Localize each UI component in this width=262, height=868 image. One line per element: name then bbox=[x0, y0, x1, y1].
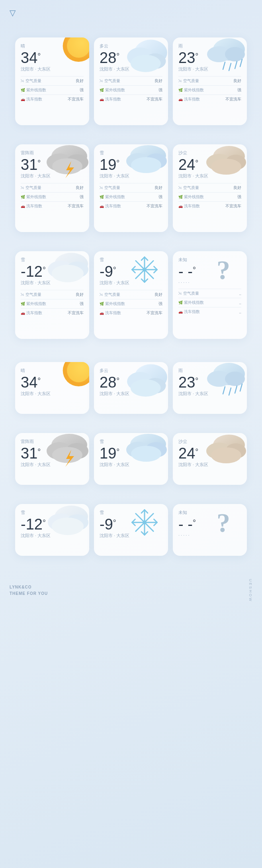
weather-card: 雪-12°沈阳市 · 大东区 bbox=[15, 504, 89, 556]
wind-icon: 🌬 bbox=[178, 79, 182, 83]
brand-left: LYNK&COTHEME FOR YOU bbox=[10, 584, 48, 597]
car-icon: 🚗 bbox=[21, 204, 25, 208]
weather-label: 雪 bbox=[100, 510, 162, 516]
location: 沈阳市 · 大东区 bbox=[178, 66, 241, 72]
uv-label: 🌿紫外线指数 bbox=[100, 301, 125, 307]
temp-unit: ° bbox=[113, 518, 116, 527]
temp-unit: ° bbox=[195, 447, 198, 457]
card-grid-row3: 雪-12°沈阳市 · 大东区🌬空气质量良好🌿紫外线指数强🚗洗车指数不宜洗车 雪-… bbox=[0, 251, 262, 339]
car-value: 不宜洗车 bbox=[147, 203, 162, 209]
location: 沈阳市 · 大东区 bbox=[178, 391, 241, 397]
temp-unit: ° bbox=[193, 518, 196, 527]
car-wash-row: 🚗洗车指数.. bbox=[178, 309, 241, 315]
car-wash-row: 🚗洗车指数不宜洗车 bbox=[178, 203, 241, 209]
uv-label: 🌿紫外线指数 bbox=[21, 194, 46, 200]
air-quality-row: 🌬空气质量良好 bbox=[21, 78, 84, 84]
location: 沈阳市 · 大东区 bbox=[100, 173, 162, 179]
card-content: 雨23°沈阳市 · 大东区 bbox=[173, 362, 247, 405]
car-value: .. bbox=[239, 310, 241, 314]
car-value: 不宜洗车 bbox=[147, 310, 162, 316]
air-quality-label: 🌬空气质量 bbox=[178, 185, 199, 191]
wind-icon: 🌬 bbox=[21, 186, 24, 190]
car-icon: 🚗 bbox=[21, 97, 25, 101]
temp-row: - -° bbox=[178, 264, 241, 279]
uv-label: 🌿紫外线指数 bbox=[21, 87, 46, 93]
air-quality-label: 🌬空气质量 bbox=[100, 185, 120, 191]
car-label: 🚗洗车指数 bbox=[178, 203, 200, 209]
weather-label: 多云 bbox=[100, 368, 162, 374]
location: 沈阳市 · 大东区 bbox=[21, 173, 84, 179]
weather-card: 多云28°沈阳市 · 大东区🌬空气质量良好🌿紫外线指数强🚗洗车指数不宜洗车 bbox=[94, 37, 168, 125]
card-content: 雪-9°沈阳市 · 大东区 bbox=[94, 504, 168, 547]
uv-value: 强 bbox=[80, 194, 84, 200]
air-quality-row: 🌬空气质量良好 bbox=[178, 185, 241, 191]
card-content: 未知- -°· · · · ·🌬空气质量..🌿紫外线指数..🚗洗车指数.. bbox=[173, 251, 247, 320]
wind-icon: 🌬 bbox=[100, 186, 103, 190]
uv-value: 强 bbox=[237, 87, 241, 93]
uv-row: 🌿紫外线指数.. bbox=[178, 300, 241, 305]
car-wash-row: 🚗洗车指数不宜洗车 bbox=[21, 310, 84, 316]
uv-row: 🌿紫外线指数强 bbox=[21, 301, 84, 307]
card-content: 多云28°沈阳市 · 大东区🌬空气质量良好🌿紫外线指数强🚗洗车指数不宜洗车 bbox=[94, 37, 168, 107]
weather-label: 未知 bbox=[178, 510, 241, 516]
temp-row: 19° bbox=[100, 446, 162, 461]
uv-value: 强 bbox=[237, 194, 241, 200]
weather-card: 沙尘24°沈阳市 · 大东区🌬空气质量良好🌿紫外线指数强🚗洗车指数不宜洗车 bbox=[173, 144, 247, 232]
air-quality-row: 🌬空气质量良好 bbox=[178, 78, 241, 84]
temp-row: 24° bbox=[178, 157, 241, 172]
air-quality-label: 🌬空气质量 bbox=[21, 185, 41, 191]
temp-value: - - bbox=[178, 264, 193, 279]
temp-unit: ° bbox=[116, 376, 119, 386]
leaf-icon: 🌿 bbox=[178, 195, 183, 199]
brand-right: UESHOW bbox=[248, 579, 252, 602]
car-wash-row: 🚗洗车指数不宜洗车 bbox=[100, 203, 162, 209]
card-content: 雪-9°沈阳市 · 大东区🌬空气质量良好🌿紫外线指数强🚗洗车指数不宜洗车 bbox=[94, 251, 168, 321]
card-content: 雨23°沈阳市 · 大东区🌬空气质量良好🌿紫外线指数强🚗洗车指数不宜洗车 bbox=[173, 37, 247, 107]
wind-icon: 🌬 bbox=[100, 79, 103, 83]
uv-value: 强 bbox=[80, 87, 84, 93]
temp-value: -9 bbox=[100, 264, 113, 279]
card-content: 未知- -°· · · · · bbox=[173, 504, 247, 545]
temp-value: 19 bbox=[100, 157, 116, 172]
location: 沈阳市 · 大东区 bbox=[21, 280, 84, 286]
car-wash-row: 🚗洗车指数不宜洗车 bbox=[178, 96, 241, 102]
card-content: 多云28°沈阳市 · 大东区 bbox=[94, 362, 168, 405]
weather-label: 雪 bbox=[21, 510, 84, 516]
temp-row: 28° bbox=[100, 375, 162, 390]
weather-label: 雷阵雨 bbox=[21, 439, 84, 445]
temp-unit: ° bbox=[43, 518, 46, 527]
weather-card: 雪-12°沈阳市 · 大东区🌬空气质量良好🌿紫外线指数强🚗洗车指数不宜洗车 bbox=[15, 251, 89, 339]
car-icon: 🚗 bbox=[178, 204, 183, 208]
location: 沈阳市 · 大东区 bbox=[100, 462, 162, 468]
weather-label: 雷阵雨 bbox=[21, 150, 84, 156]
leaf-icon: 🌿 bbox=[178, 301, 183, 305]
car-wash-row: 🚗洗车指数不宜洗车 bbox=[100, 310, 162, 316]
wind-icon: 🌬 bbox=[178, 186, 182, 190]
weather-card: 晴34°沈阳市 · 大东区🌬空气质量良好🌿紫外线指数强🚗洗车指数不宜洗车 bbox=[15, 37, 89, 125]
temp-value: 24 bbox=[178, 446, 195, 461]
car-icon: 🚗 bbox=[100, 97, 104, 101]
air-quality-label: 🌬空气质量 bbox=[178, 291, 199, 296]
car-label: 🚗洗车指数 bbox=[100, 310, 121, 316]
location: 沈阳市 · 大东区 bbox=[100, 280, 162, 286]
weather-card: 雪-9°沈阳市 · 大东区 bbox=[94, 504, 168, 556]
temp-unit: ° bbox=[37, 159, 41, 168]
location: 沈阳市 · 大东区 bbox=[21, 66, 84, 72]
car-value: 不宜洗车 bbox=[225, 203, 241, 209]
weather-card: 晴34°沈阳市 · 大东区 bbox=[15, 362, 89, 414]
location: 沈阳市 · 大东区 bbox=[100, 66, 162, 72]
car-label: 🚗洗车指数 bbox=[21, 96, 42, 102]
uv-value: 强 bbox=[158, 194, 162, 200]
temp-unit: ° bbox=[113, 266, 116, 275]
temp-row: 31° bbox=[21, 446, 84, 461]
card-grid-row6: 雪-12°沈阳市 · 大东区 雪-9°沈阳市 · 大东区 ? 未知- -°· ·… bbox=[0, 504, 262, 556]
leaf-icon: 🌿 bbox=[100, 195, 104, 199]
weather-label: 晴 bbox=[21, 368, 84, 374]
weather-card: ? 未知- -°· · · · ·🌬空气质量..🌿紫外线指数..🚗洗车指数.. bbox=[173, 251, 247, 339]
card-content: 雪-12°沈阳市 · 大东区🌬空气质量良好🌿紫外线指数强🚗洗车指数不宜洗车 bbox=[15, 251, 89, 321]
car-label: 🚗洗车指数 bbox=[21, 203, 42, 209]
air-quality-row: 🌬空气质量良好 bbox=[21, 185, 84, 191]
car-value: 不宜洗车 bbox=[68, 310, 84, 316]
car-icon: 🚗 bbox=[178, 97, 183, 101]
uv-value: 强 bbox=[80, 301, 84, 307]
